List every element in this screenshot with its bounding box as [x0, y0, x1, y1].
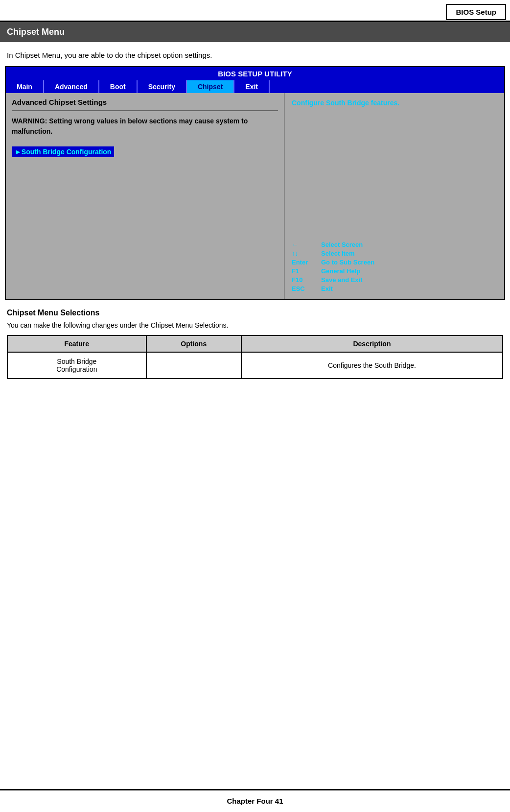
bios-utility-title: BIOS SETUP UTILITY — [6, 67, 504, 80]
page-title: Chipset Menu — [7, 27, 65, 37]
shortcut-row-left: ← Select Screen — [292, 241, 497, 248]
selections-table: Feature Options Description South Bridge… — [7, 335, 503, 379]
bios-utility-wrapper: BIOS SETUP UTILITY Main Advanced Boot Se… — [5, 66, 505, 300]
bios-setup-header: BIOS Setup — [446, 4, 506, 20]
bios-right-panel: Configure South Bridge features. ← Selec… — [285, 93, 504, 299]
shortcut-row-esc: ESC Exit — [292, 285, 497, 292]
shortcut-row-f1: F1 General Help — [292, 267, 497, 275]
selections-desc: You can make the following changes under… — [7, 321, 503, 329]
shortcut-row-f10: F10 Save and Exit — [292, 276, 497, 284]
selections-title: Chipset Menu Selections — [7, 309, 503, 317]
shortcut-key-esc: ESC — [292, 285, 317, 292]
bios-setup-label: BIOS Setup — [456, 8, 496, 16]
shortcut-key-enter: Enter — [292, 259, 317, 266]
col-header-options: Options — [146, 335, 241, 352]
nav-item-main[interactable]: Main — [6, 80, 44, 93]
bios-left-panel: Advanced Chipset Settings WARNING: Setti… — [6, 93, 285, 299]
shortcut-row-enter: Enter Go to Sub Screen — [292, 259, 497, 266]
bios-left-divider — [12, 110, 278, 111]
bios-left-title: Advanced Chipset Settings — [12, 98, 278, 106]
nav-item-security[interactable]: Security — [138, 80, 187, 93]
intro-text: In Chipset Menu, you are able to do the … — [0, 42, 510, 66]
nav-item-chipset[interactable]: Chipset — [187, 80, 234, 93]
bios-warning: WARNING: Setting wrong values in below s… — [12, 116, 278, 137]
nav-item-exit[interactable]: Exit — [234, 80, 270, 93]
shortcut-label-exit: Exit — [321, 285, 333, 292]
shortcut-label-general-help: General Help — [321, 267, 360, 275]
bios-content: Advanced Chipset Settings WARNING: Setti… — [6, 93, 504, 299]
footer-text: Chapter Four 41 — [0, 797, 510, 805]
bios-shortcuts: ← Select Screen ↑↓ Select Item Enter Go … — [292, 241, 497, 294]
nav-item-advanced[interactable]: Advanced — [44, 80, 99, 93]
bios-nav-bar: Main Advanced Boot Security Chipset Exit — [6, 80, 504, 93]
footer-line — [0, 789, 510, 790]
shortcut-key-f1: F1 — [292, 267, 317, 275]
col-header-feature: Feature — [7, 335, 146, 352]
page-title-bar: Chipset Menu — [0, 22, 510, 42]
shortcut-key-left: ← — [292, 241, 317, 248]
shortcut-key-updown: ↑↓ — [292, 250, 317, 257]
table-row: South BridgeConfiguration Configures the… — [7, 352, 503, 379]
shortcut-label-save-exit: Save and Exit — [321, 276, 363, 284]
shortcut-label-select-screen: Select Screen — [321, 241, 363, 248]
nav-item-boot[interactable]: Boot — [99, 80, 138, 93]
cell-desc-south-bridge: Configures the South Bridge. — [241, 352, 503, 379]
cell-options-south-bridge — [146, 352, 241, 379]
cell-feature-south-bridge: South BridgeConfiguration — [7, 352, 146, 379]
south-bridge-menu-item[interactable]: ►South Bridge Configuration — [12, 146, 114, 157]
col-header-description: Description — [241, 335, 503, 352]
shortcut-row-updown: ↑↓ Select Item — [292, 250, 497, 257]
table-header-row: Feature Options Description — [7, 335, 503, 352]
bios-right-description: Configure South Bridge features. — [292, 98, 497, 241]
shortcut-key-f10: F10 — [292, 276, 317, 284]
shortcut-label-goto-sub: Go to Sub Screen — [321, 259, 374, 266]
selections-section: Chipset Menu Selections You can make the… — [0, 300, 510, 384]
shortcut-label-select-item: Select Item — [321, 250, 355, 257]
